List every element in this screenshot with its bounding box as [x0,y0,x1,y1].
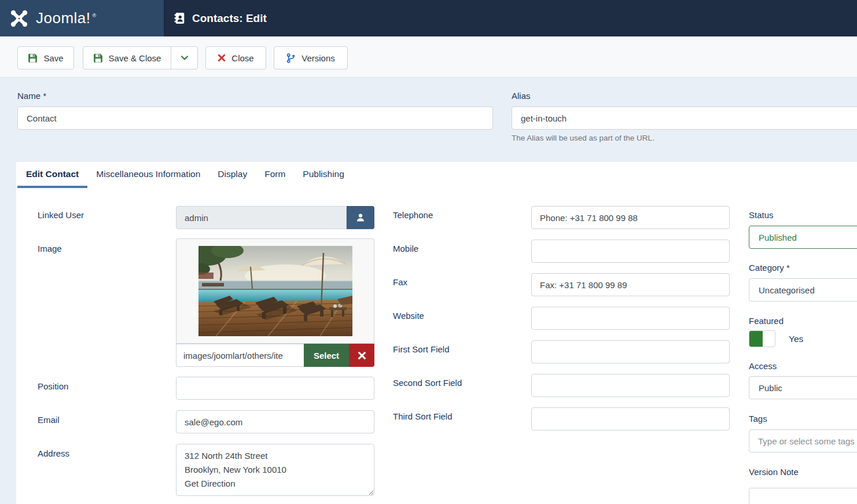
beach-resort-photo [198,246,352,336]
category-select-value: Uncategorised [759,285,815,295]
page-title: Contacts: Edit [174,0,267,36]
brand-registered-mark: ® [93,8,97,23]
version-note-input[interactable] [749,488,857,504]
save-and-close-button[interactable]: Save & Close [83,46,171,69]
status-label: Status [749,210,774,220]
email-label: Email [38,415,60,425]
floppy-icon [93,53,103,63]
x-icon [218,54,226,62]
image-select-button[interactable]: Select [304,344,349,367]
close-button[interactable]: Close [205,46,266,69]
action-toolbar: Save Save & Close Close [0,36,857,78]
second-sort-field-input[interactable] [531,374,730,397]
versions-button-label: Versions [301,53,335,63]
alias-input[interactable] [512,106,857,130]
first-sort-field-input[interactable] [531,340,730,363]
second-sort-field-label: Second Sort Field [393,378,462,388]
save-button-label: Save [43,53,63,63]
versions-button[interactable]: Versions [274,46,348,69]
email-input[interactable] [176,410,374,433]
top-header-bar: Joomla! ® Contacts: Edit [0,0,857,36]
code-branch-icon [286,53,296,63]
joomla-brand: Joomla! ® [0,0,164,36]
tab-edit-contact[interactable]: Edit Contact [17,162,87,188]
user-icon [355,212,366,223]
tab-display[interactable]: Display [209,162,256,188]
mobile-label: Mobile [393,244,418,253]
name-label: Name * [17,91,46,101]
access-select[interactable]: Public [749,376,857,399]
page-title-text: Contacts: Edit [192,12,267,25]
featured-toggle[interactable] [749,330,775,347]
status-select[interactable]: Published [749,226,857,249]
close-button-label: Close [231,53,253,63]
edit-contact-panel [16,162,857,504]
fax-input[interactable] [531,273,730,296]
x-icon [358,351,366,360]
image-label: Image [38,244,62,253]
tags-input[interactable] [749,429,857,453]
chevron-down-icon [181,54,189,62]
image-path-input[interactable] [176,344,304,367]
contact-image-preview [176,238,374,344]
linked-user-input [176,206,347,229]
access-label: Access [749,361,777,371]
save-button[interactable]: Save [17,46,74,69]
tab-bar: Edit Contact Miscellaneous Information D… [17,162,353,188]
linked-user-label: Linked User [38,210,84,220]
select-user-button[interactable] [347,206,374,229]
floppy-icon [28,53,38,63]
featured-label: Featured [749,316,784,326]
tab-publishing[interactable]: Publishing [294,162,353,188]
tab-miscellaneous-information[interactable]: Miscellaneous Information [87,162,209,188]
save-options-dropdown-button[interactable] [171,46,198,69]
alias-help-text: The Alias will be used as part of the UR… [512,134,654,142]
mobile-input[interactable] [531,240,730,263]
address-book-icon [174,12,186,24]
address-textarea[interactable]: 312 North 24th Street Brooklyn, New York… [176,444,374,496]
website-input[interactable] [531,307,730,330]
category-select[interactable]: Uncategorised [749,278,857,301]
joomla-logo-icon [9,8,30,29]
linked-user-group [176,206,374,229]
status-select-value: Published [759,233,797,242]
position-label: Position [38,381,68,391]
telephone-input[interactable] [531,206,730,229]
telephone-label: Telephone [393,210,433,220]
name-input[interactable] [17,106,493,130]
save-and-close-button-label: Save & Close [109,53,161,63]
alias-label: Alias [512,91,531,101]
address-label: Address [38,448,69,458]
version-note-label: Version Note [749,467,799,477]
tab-form[interactable]: Form [256,162,294,188]
image-remove-button[interactable] [349,344,374,367]
featured-toggle-on-segment [749,331,763,347]
fax-label: Fax [393,277,407,287]
category-label: Category * [749,263,790,273]
first-sort-field-label: First Sort Field [393,344,450,354]
brand-name: Joomla! [36,9,91,27]
third-sort-field-label: Third Sort Field [393,411,453,421]
access-select-value: Public [759,383,782,393]
website-label: Website [393,311,424,321]
position-input[interactable] [176,377,374,400]
featured-state-label: Yes [789,334,803,344]
tags-label: Tags [749,414,767,424]
image-path-group: Select [176,344,374,367]
third-sort-field-input[interactable] [531,407,730,431]
